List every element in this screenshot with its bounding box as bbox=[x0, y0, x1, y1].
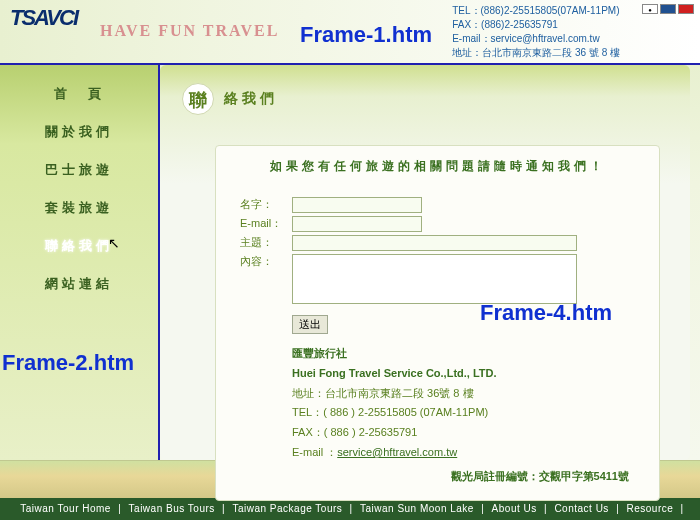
subject-input[interactable] bbox=[292, 235, 577, 251]
footer-link[interactable]: Contact Us bbox=[554, 503, 608, 514]
label-name: 名字： bbox=[240, 197, 292, 212]
nav-links[interactable]: 網站連結 bbox=[0, 267, 158, 301]
header-contact: TEL：(886)2-25515805(07AM-11PM) FAX：(886)… bbox=[452, 4, 620, 60]
flag-uk-icon[interactable] bbox=[660, 4, 676, 14]
company-tel: TEL：( 886 ) 2-25515805 (07AM-11PM) bbox=[292, 403, 635, 423]
company-name-en: Huei Fong Travel Service Co.,Ltd., LTD. bbox=[292, 364, 635, 384]
company-email-link[interactable]: service@hftravel.com.tw bbox=[337, 446, 457, 458]
footer-link[interactable]: About Us bbox=[492, 503, 537, 514]
footer-link[interactable]: Taiwan Tour Home bbox=[20, 503, 111, 514]
page-title: 絡我們 bbox=[224, 90, 278, 108]
nav-home[interactable]: 首 頁 bbox=[0, 77, 158, 111]
footer-link[interactable]: Taiwan Package Tours bbox=[232, 503, 342, 514]
footer-link[interactable]: Taiwan Bus Tours bbox=[129, 503, 215, 514]
annotation-frame-1: Frame-1.htm bbox=[300, 22, 432, 48]
label-email: E-mail： bbox=[240, 216, 292, 231]
submit-button[interactable]: 送出 bbox=[292, 315, 328, 334]
header: TSAVCI HAVE FUN TRAVEL Frame-1.htm ● TEL… bbox=[0, 0, 700, 65]
sidebar: 首 頁 關於我們 巴士旅遊 套裝旅遊 聯絡我們 網站連結 ↖ Frame-2.h… bbox=[0, 65, 160, 460]
company-fax: FAX：( 886 ) 2-25635791 bbox=[292, 423, 635, 443]
form-intro: 如果您有任何旅遊的相關問題請隨時通知我們！ bbox=[240, 158, 635, 175]
main-frame: 聯 絡我們 如果您有任何旅遊的相關問題請隨時通知我們！ 名字： E-mail： … bbox=[160, 65, 700, 460]
logo[interactable]: TSAVCI bbox=[10, 5, 90, 53]
language-flags: ● bbox=[642, 4, 694, 14]
content-textarea[interactable] bbox=[292, 254, 577, 304]
footer-link[interactable]: Resource bbox=[627, 503, 674, 514]
slogan: HAVE FUN TRAVEL bbox=[100, 22, 279, 40]
label-subject: 主題： bbox=[240, 235, 292, 250]
nav-bus[interactable]: 巴士旅遊 bbox=[0, 153, 158, 187]
footer-link[interactable]: Taiwan Sun Moon Lake bbox=[360, 503, 474, 514]
nav: 首 頁 關於我們 巴士旅遊 套裝旅遊 聯絡我們 網站連結 bbox=[0, 65, 158, 301]
email-input[interactable] bbox=[292, 216, 422, 232]
company-address: 地址：台北市南京東路二段 36號 8 樓 bbox=[292, 384, 635, 404]
label-content: 內容： bbox=[240, 254, 292, 269]
name-input[interactable] bbox=[292, 197, 422, 213]
annotation-frame-2: Frame-2.htm bbox=[2, 350, 134, 376]
flag-jp-icon[interactable]: ● bbox=[642, 4, 658, 14]
content-panel: 聯 絡我們 如果您有任何旅遊的相關問題請隨時通知我們！ 名字： E-mail： … bbox=[160, 65, 690, 460]
footer-links: Taiwan Tour Home | Taiwan Bus Tours | Ta… bbox=[0, 498, 700, 520]
title-seal-icon: 聯 bbox=[182, 83, 214, 115]
company-email-label: E-mail ： bbox=[292, 446, 337, 458]
license-number: 觀光局註冊編號：交觀甲字第5411號 bbox=[240, 469, 629, 484]
company-info: 匯豐旅行社 Huei Fong Travel Service Co.,Ltd.,… bbox=[292, 344, 635, 463]
nav-about[interactable]: 關於我們 bbox=[0, 115, 158, 149]
nav-package[interactable]: 套裝旅遊 bbox=[0, 191, 158, 225]
company-name-cn: 匯豐旅行社 bbox=[292, 344, 635, 364]
annotation-frame-4: Frame-4.htm bbox=[480, 300, 612, 326]
nav-contact[interactable]: 聯絡我們 bbox=[0, 229, 158, 263]
cursor-icon: ↖ bbox=[108, 235, 120, 251]
flag-tw-icon[interactable] bbox=[678, 4, 694, 14]
